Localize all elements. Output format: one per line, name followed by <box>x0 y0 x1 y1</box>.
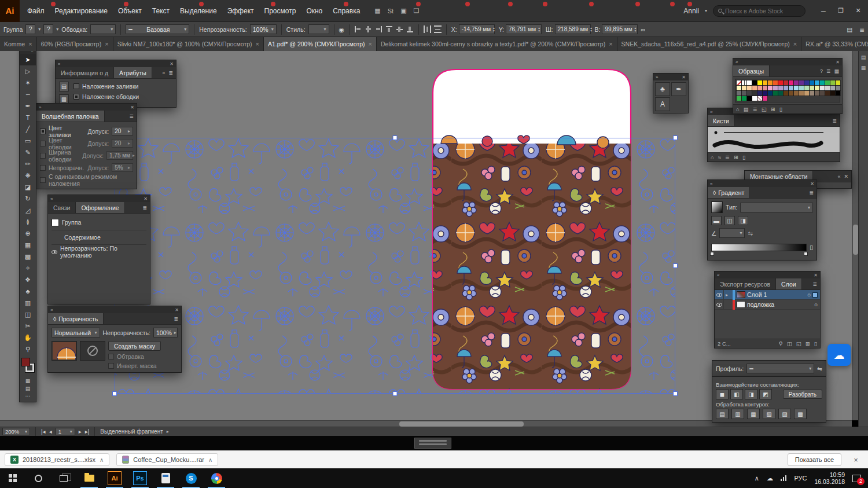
menu-item[interactable]: Редактирование <box>50 0 113 22</box>
tolerance-input[interactable]: 5%▸ <box>112 163 133 172</box>
checkbox[interactable] <box>108 363 114 369</box>
skype-taskbar-button[interactable]: S <box>178 468 204 488</box>
creative-cloud-button[interactable]: ☁ <box>827 344 851 366</box>
swatch[interactable] <box>737 96 741 101</box>
fill-stroke-indicator[interactable] <box>20 357 36 376</box>
align-top-icon[interactable] <box>385 25 393 33</box>
control-panel-menu-icon[interactable]: ≣ <box>859 26 865 33</box>
invert-mask-check-row[interactable]: Инверт. маска <box>108 362 161 369</box>
field-input[interactable]: 218,589 мм ▴▾ <box>555 24 591 34</box>
swatch[interactable] <box>815 86 819 90</box>
search-input[interactable] <box>725 8 795 14</box>
swatch[interactable] <box>768 91 773 96</box>
gradient-stop[interactable] <box>710 252 714 256</box>
panel-menu-icon[interactable]: ≣ <box>812 281 817 287</box>
swatch[interactable] <box>768 86 773 90</box>
swatch[interactable] <box>810 86 814 90</box>
new-sublayer-icon[interactable]: ◱ <box>796 340 801 347</box>
tab-asset-export[interactable]: Экспорт ресурсов <box>715 278 776 289</box>
gradient-stroke-plain-icon[interactable]: ▬ <box>711 216 722 225</box>
swatch[interactable] <box>836 80 840 85</box>
chrome-taskbar-button[interactable] <box>204 468 229 488</box>
gradient-slider[interactable] <box>711 244 807 251</box>
collapse-icon[interactable]: « <box>162 70 165 76</box>
close-icon[interactable]: ✕ <box>844 174 848 179</box>
direct-selection-tool[interactable]: ▷ <box>20 65 36 77</box>
gradient-stroke-along-icon[interactable]: ◫ <box>724 216 735 225</box>
close-icon[interactable]: ✕ <box>814 273 818 278</box>
gradient-stop[interactable] <box>804 252 808 256</box>
brush-libraries-icon[interactable]: ⌂ <box>711 154 714 160</box>
swatch-libraries-icon[interactable]: ⌂ <box>736 106 740 112</box>
vertical-scrollbar[interactable] <box>852 51 858 420</box>
link-dimensions-icon[interactable]: ∞ <box>641 26 645 33</box>
lasso-tool[interactable]: ∽ <box>20 89 36 100</box>
swatch[interactable] <box>789 86 793 90</box>
tab-attributes[interactable]: Атрибуты <box>114 67 152 78</box>
document-tab[interactable]: SNEK_sdacha_116x56_red_a4.pdf @ 25% (СМУ… <box>617 37 802 51</box>
blend-tool[interactable]: ❖ <box>20 274 36 285</box>
expand-icon[interactable]: » <box>58 61 60 67</box>
swatch[interactable] <box>768 80 773 85</box>
new-brush-icon[interactable]: ⊞ <box>734 154 738 160</box>
swatch[interactable] <box>737 86 741 90</box>
close-icon[interactable]: ✕ <box>810 181 814 186</box>
collapse-icon[interactable]: « <box>710 181 712 186</box>
document-tab[interactable]: Delikomat kelimek 300ml-cerny s obrazky … <box>377 37 617 51</box>
scale-tool[interactable]: ◿ <box>20 204 36 216</box>
calculator-taskbar-button[interactable] <box>153 468 178 488</box>
swatch[interactable] <box>810 80 814 85</box>
menu-item[interactable]: Эффект <box>222 0 259 22</box>
swatch[interactable] <box>784 91 788 96</box>
swatch[interactable] <box>799 80 804 85</box>
panel-menu-icon[interactable]: ≣ <box>142 205 147 211</box>
question-icon[interactable]: ? <box>820 68 823 74</box>
swatch[interactable] <box>784 86 788 90</box>
swatch[interactable] <box>810 91 814 96</box>
shape-builder-tool[interactable]: ⊕ <box>20 228 36 239</box>
appearance-row-opacity[interactable]: Непрозрачность: По умолчанию <box>52 247 146 257</box>
align-right-icon[interactable] <box>375 25 382 33</box>
swatch[interactable] <box>763 86 767 90</box>
swatch[interactable] <box>752 96 757 101</box>
brush-strokes-icon[interactable]: ≈ <box>718 154 721 160</box>
expand-button[interactable]: Разобрать <box>783 390 822 399</box>
language-indicator[interactable]: РУС <box>794 475 807 482</box>
swatch[interactable] <box>757 91 762 96</box>
swatch[interactable] <box>815 91 819 96</box>
transparency-title[interactable]: ◊ Прозрачность <box>48 313 104 324</box>
collapse-icon[interactable]: « <box>50 307 53 313</box>
zoom-tool[interactable]: ⚲ <box>20 343 36 355</box>
swatch[interactable] <box>742 96 746 101</box>
reverse-gradient-icon[interactable]: ⇋ <box>748 230 753 237</box>
delete-stop-icon[interactable]: ▯ <box>810 244 813 251</box>
close-icon[interactable]: × <box>609 41 612 47</box>
new-layer-icon[interactable]: ⊞ <box>806 340 810 347</box>
swatch-options-icon[interactable]: ≣ <box>753 106 757 112</box>
swatch[interactable] <box>773 86 778 90</box>
menu-item[interactable]: Выделение <box>175 0 222 22</box>
panel-menu-icon[interactable]: ≣ <box>168 70 173 76</box>
swatch[interactable] <box>737 91 741 96</box>
flip-along-icon[interactable]: ⇋ <box>817 365 822 372</box>
swatch[interactable] <box>763 96 767 101</box>
clip-check-row[interactable]: Обтравка <box>108 353 161 360</box>
brush-options-icon[interactable]: ≣ <box>725 154 730 160</box>
document-tab[interactable]: Slivki NM7_100x180* @ 100% (СМУК/Просмот… <box>113 37 264 51</box>
swatches-title[interactable]: Образцы <box>733 65 770 76</box>
action-center-icon[interactable]: 2 <box>852 475 861 482</box>
file-explorer-button[interactable] <box>76 468 102 488</box>
bridge-icon[interactable]: ▦ <box>374 7 380 14</box>
close-icon[interactable]: × <box>793 41 797 47</box>
rectangle-tool[interactable]: ▭ <box>20 135 36 146</box>
expand-panels-icon[interactable]: ▦ <box>861 65 866 71</box>
panel-menu-icon[interactable]: ≣ <box>832 118 837 124</box>
brush-row[interactable] <box>710 128 837 138</box>
gradient-stroke-across-icon[interactable]: ◨ <box>738 216 748 225</box>
opacity-dropdown[interactable]: 100%▾ <box>250 24 277 34</box>
symbols-panel-icon[interactable]: ♣ <box>655 82 670 96</box>
swatch[interactable] <box>742 86 746 90</box>
minimize-button[interactable]: ─ <box>815 0 832 22</box>
swatch[interactable] <box>747 96 752 101</box>
swatch[interactable] <box>794 86 799 90</box>
